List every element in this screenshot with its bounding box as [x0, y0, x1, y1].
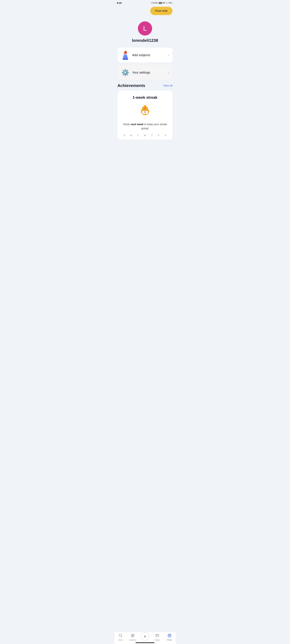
bottom-nav: Home Solutions + Library: [114, 632, 176, 644]
home-icon: [118, 634, 122, 638]
add-subjects-icon: 🍎: [121, 51, 130, 60]
day-m: M: [129, 134, 134, 137]
your-settings-card[interactable]: ⚙️ Your settings ›: [118, 65, 172, 80]
day-f: F: [156, 134, 161, 137]
home-indicator: [136, 642, 154, 643]
apple-icon: 🍎: [124, 51, 127, 54]
battery-percent: 96%: [168, 2, 172, 4]
solutions-label: Solutions: [129, 639, 136, 641]
wifi-icon: WiFi: [162, 2, 166, 4]
free-trial-button[interactable]: Free trial: [150, 7, 172, 15]
free-trial-section: Free trial: [118, 5, 172, 18]
achievements-header: Achievements View all: [118, 83, 172, 88]
svg-line-6: [121, 636, 122, 637]
flame-svg: 1: [139, 104, 151, 116]
svg-text:1: 1: [144, 111, 146, 113]
view-all-button[interactable]: View all: [164, 84, 172, 87]
home-label: Home: [118, 639, 123, 641]
nav-home[interactable]: Home: [114, 634, 126, 641]
settings-chevron: ›: [168, 70, 169, 75]
add-subjects-chevron: ›: [168, 53, 169, 57]
day-w: W: [143, 134, 147, 137]
your-settings-label: Your settings: [132, 71, 150, 74]
library-label: Library: [154, 639, 160, 641]
day-t1: T: [136, 134, 140, 137]
day-t2: T: [150, 134, 154, 137]
battery-icon: 🔋: [166, 2, 168, 4]
status-bar: 9:15 1.19 KB/s ▐▐▐ WiFi 🔋 96% ●: [114, 0, 176, 5]
add-subjects-label: Add subjects: [132, 53, 150, 57]
battery-dot: ●: [172, 2, 173, 4]
avatar: L: [138, 22, 152, 36]
data-speed: 1.19 KB/s: [151, 2, 158, 4]
avatar-letter: L: [143, 25, 147, 32]
username: lorendeli1238: [132, 38, 158, 43]
streak-bold-text: next week: [131, 123, 144, 126]
add-button[interactable]: +: [141, 632, 149, 640]
profile-section: L lorendeli1238: [118, 18, 172, 48]
nav-solutions[interactable]: Solutions: [126, 634, 139, 641]
add-subjects-card[interactable]: 🍎 Add subjects ›: [118, 48, 172, 62]
solutions-icon: [131, 634, 134, 638]
signal-icon: ▐▐▐: [158, 2, 162, 4]
streak-message: Study next week to keep your streak goin…: [120, 122, 170, 130]
status-icons: 1.19 KB/s ▐▐▐ WiFi 🔋 96% ●: [151, 2, 173, 4]
profile-icon: [168, 634, 172, 638]
streak-card: 1-week streak 1 Study next week to ke: [118, 90, 172, 140]
nav-profile[interactable]: Profile: [164, 634, 176, 641]
svg-point-11: [169, 634, 170, 635]
day-s2: S: [164, 134, 168, 137]
streak-title: 1-week streak: [120, 95, 170, 100]
profile-label: Profile: [167, 639, 172, 641]
main-content: Free trial L lorendeli1238 🍎: [114, 5, 176, 156]
streak-visual: 1: [120, 104, 170, 119]
days-row: S M T W T F S: [120, 134, 170, 137]
settings-icon: ⚙️: [121, 68, 130, 77]
nav-library[interactable]: Library: [151, 634, 164, 641]
achievements-title: Achievements: [118, 83, 145, 88]
library-icon: [156, 634, 159, 638]
nav-add[interactable]: +: [139, 634, 151, 640]
status-time: 9:15: [117, 2, 122, 4]
day-s1: S: [122, 134, 126, 137]
flame-container: 1: [139, 104, 151, 116]
add-icon: +: [144, 634, 146, 639]
